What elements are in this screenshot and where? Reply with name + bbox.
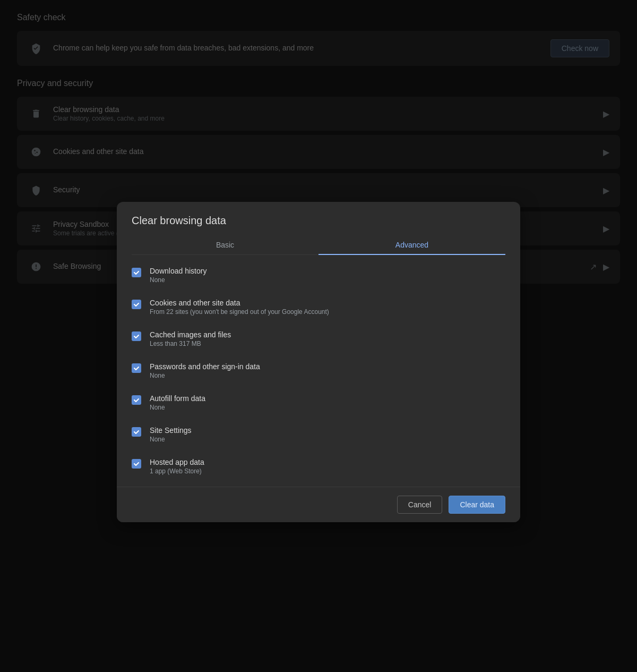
list-item: Download history None <box>117 259 520 291</box>
item-subtitle-0: None <box>150 276 206 284</box>
item-subtitle-4: None <box>150 404 205 411</box>
item-title-2: Cached images and files <box>150 330 231 339</box>
list-item: Hosted app data 1 app (Web Store) <box>117 450 520 482</box>
modal-footer: Cancel Clear data <box>117 487 520 522</box>
list-item: Passwords and other sign-in data None <box>117 355 520 387</box>
modal-tabs: Basic Advanced <box>132 235 505 255</box>
item-title-4: Autofill form data <box>150 394 205 403</box>
checkbox-3[interactable] <box>132 363 141 373</box>
checkbox-2[interactable] <box>132 331 141 341</box>
item-subtitle-2: Less than 317 MB <box>150 340 231 347</box>
modal-title: Clear browsing data <box>132 215 505 227</box>
list-item: Cached images and files Less than 317 MB <box>117 323 520 355</box>
item-subtitle-6: 1 app (Web Store) <box>150 467 204 475</box>
item-title-3: Passwords and other sign-in data <box>150 362 260 371</box>
clear-data-button[interactable]: Clear data <box>449 496 505 514</box>
item-title-0: Download history <box>150 267 206 275</box>
list-item: Cookies and other site data From 22 site… <box>117 291 520 323</box>
checkbox-5[interactable] <box>132 427 141 437</box>
checkbox-1[interactable] <box>132 300 141 309</box>
tab-advanced[interactable]: Advanced <box>318 235 505 254</box>
item-text-1: Cookies and other site data From 22 site… <box>150 299 329 316</box>
item-subtitle-5: None <box>150 436 192 443</box>
cancel-button[interactable]: Cancel <box>397 496 443 514</box>
item-title-5: Site Settings <box>150 426 192 435</box>
item-text-4: Autofill form data None <box>150 394 205 411</box>
clear-browsing-data-modal: Clear browsing data Basic Advanced Downl… <box>117 202 520 522</box>
item-text-2: Cached images and files Less than 317 MB <box>150 330 231 347</box>
item-text-3: Passwords and other sign-in data None <box>150 362 260 379</box>
item-subtitle-3: None <box>150 372 260 379</box>
item-text-0: Download history None <box>150 267 206 284</box>
checkbox-6[interactable] <box>132 459 141 469</box>
item-text-5: Site Settings None <box>150 426 192 443</box>
item-title-1: Cookies and other site data <box>150 299 329 307</box>
items-list: Download history None Cookies and other … <box>117 255 520 487</box>
item-subtitle-1: From 22 sites (you won't be signed out o… <box>150 308 329 316</box>
modal-header: Clear browsing data Basic Advanced <box>117 202 520 255</box>
item-text-6: Hosted app data 1 app (Web Store) <box>150 458 204 475</box>
checkbox-4[interactable] <box>132 395 141 405</box>
checkbox-0[interactable] <box>132 268 141 277</box>
item-title-6: Hosted app data <box>150 458 204 466</box>
list-item: Autofill form data None <box>117 387 520 419</box>
list-item: Site Settings None <box>117 419 520 450</box>
tab-basic[interactable]: Basic <box>132 235 318 254</box>
